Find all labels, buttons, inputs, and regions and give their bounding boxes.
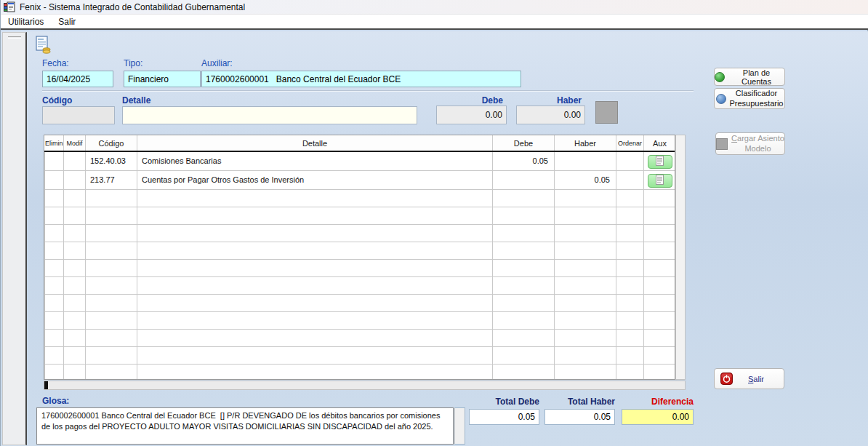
cell-detalle [137, 224, 493, 242]
cell-elimin [45, 346, 64, 364]
cell-debe [493, 346, 555, 364]
debe-input[interactable] [436, 105, 507, 124]
codigo-input[interactable] [42, 106, 115, 124]
cell-codigo[interactable]: 152.40.03 [86, 151, 137, 170]
cargar-asiento-modelo-button[interactable]: Cargar AsientoModelo [715, 132, 785, 155]
cell-modif [64, 294, 86, 311]
entries-table-head: EliminModifCódigoDetalleDebeHaberOrdenar… [45, 135, 676, 151]
cell-modif [64, 189, 86, 207]
cell-codigo [86, 276, 137, 294]
tipo-field[interactable] [124, 71, 201, 87]
cell-haber [555, 242, 616, 259]
cell-detalle [137, 189, 493, 207]
cell-haber[interactable] [555, 151, 616, 170]
cell-elimin[interactable] [45, 170, 64, 189]
cell-aux[interactable] [644, 170, 676, 189]
entry-row[interactable]: 152.40.03Comisiones Bancarias0.05 [45, 151, 676, 170]
column-header-detalle: Detalle [137, 135, 493, 151]
cell-aux [644, 207, 676, 224]
journal-document-icon[interactable] [34, 36, 52, 55]
detalle-input[interactable] [122, 106, 417, 124]
header-row: EliminModifCódigoDetalleDebeHaberOrdenar… [45, 135, 676, 151]
cell-modif[interactable] [64, 151, 86, 170]
cell-elimin [45, 276, 64, 294]
cell-ordenar[interactable] [616, 151, 644, 170]
cell-codigo [86, 189, 137, 207]
cell-debe [493, 207, 555, 224]
menu-utilitarios[interactable]: Utilitarios [1, 15, 51, 28]
cell-detalle [137, 242, 493, 259]
scrollbar-thumb[interactable] [44, 381, 48, 389]
cell-detalle [137, 259, 493, 276]
cell-codigo [86, 242, 137, 259]
menu-salir[interactable]: Salir [51, 15, 83, 28]
grid-vertical-scrollbar[interactable] [675, 135, 686, 380]
cell-debe[interactable] [493, 170, 555, 189]
cell-codigo[interactable]: 213.77 [86, 170, 137, 189]
column-header-haber: Haber [555, 135, 616, 151]
cell-detalle [137, 294, 493, 311]
window-title: Fenix - Sistema Integrado de Contabilida… [20, 2, 245, 12]
cell-haber[interactable]: 0.05 [555, 170, 616, 189]
collapsed-side-panel[interactable] [2, 32, 27, 445]
diferencia-label: Diferencia [622, 397, 694, 407]
cell-elimin [45, 364, 64, 380]
empty-grid-row [45, 189, 676, 207]
debe-label: Debe [436, 95, 503, 105]
title-bar: Fenix - Sistema Integrado de Contabilida… [1, 0, 868, 15]
haber-input[interactable] [516, 105, 585, 124]
cell-debe[interactable]: 0.05 [493, 151, 555, 170]
entries-table-body: 152.40.03Comisiones Bancarias0.05213.77C… [45, 151, 676, 380]
add-entry-button[interactable] [595, 101, 618, 124]
cell-codigo [86, 364, 137, 380]
empty-grid-row [45, 207, 676, 224]
glosa-textarea[interactable]: 1760002600001 Banco Central del Ecuador … [36, 407, 454, 445]
cell-debe [493, 364, 555, 380]
column-header-debe: Debe [493, 135, 555, 151]
plan-de-cuentas-button[interactable]: Plan de Cuentas [714, 68, 785, 86]
aux-button[interactable] [648, 155, 672, 169]
codigo-label: Código [42, 95, 72, 105]
entries-grid: EliminModifCódigoDetalleDebeHaberOrdenar… [44, 135, 675, 380]
cell-ordenar[interactable] [616, 170, 644, 189]
cell-detalle[interactable]: Comisiones Bancarias [137, 151, 493, 170]
cell-haber [555, 294, 616, 311]
cell-codigo [86, 294, 137, 311]
cell-detalle[interactable]: Cuentas por Pagar Otros Gastos de Invers… [137, 170, 493, 189]
entry-row[interactable]: 213.77Cuentas por Pagar Otros Gastos de … [45, 170, 676, 189]
cell-aux [644, 224, 676, 242]
empty-grid-row [45, 311, 676, 329]
cell-debe [493, 311, 555, 329]
cell-aux [644, 294, 676, 311]
empty-grid-row [45, 329, 676, 346]
cell-aux[interactable] [644, 151, 676, 170]
cell-elimin [45, 224, 64, 242]
diferencia-field [622, 409, 694, 425]
cell-debe [493, 224, 555, 242]
power-icon [720, 373, 733, 385]
auxiliar-field[interactable] [201, 71, 521, 87]
blue-sphere-icon [716, 94, 726, 104]
clasificador-presupuestario-button[interactable]: ClasificadorPresupuestario [714, 88, 785, 109]
grid-horizontal-scrollbar[interactable] [44, 381, 686, 390]
column-header-cdigo: Código [86, 135, 137, 151]
cell-haber [555, 329, 616, 346]
cell-modif [64, 346, 86, 364]
journal-entry-panel: Fecha: Tipo: Auxiliar: Código Detalle De… [28, 31, 868, 446]
menu-bar: Utilitarios Salir [1, 15, 868, 30]
cell-aux [644, 276, 676, 294]
glosa-scrollbar[interactable] [454, 407, 465, 445]
cell-haber [555, 311, 616, 329]
cell-modif[interactable] [64, 170, 86, 189]
empty-grid-row [45, 294, 676, 311]
cell-aux [644, 259, 676, 276]
salir-button[interactable]: Salir [714, 368, 784, 389]
fecha-field[interactable] [42, 71, 113, 87]
cell-haber [555, 207, 616, 224]
empty-grid-row [45, 224, 676, 242]
cell-elimin[interactable] [45, 151, 64, 170]
aux-button[interactable] [648, 174, 672, 188]
cell-ordenar [616, 276, 644, 294]
cell-detalle [137, 311, 493, 329]
cell-ordenar [616, 259, 644, 276]
